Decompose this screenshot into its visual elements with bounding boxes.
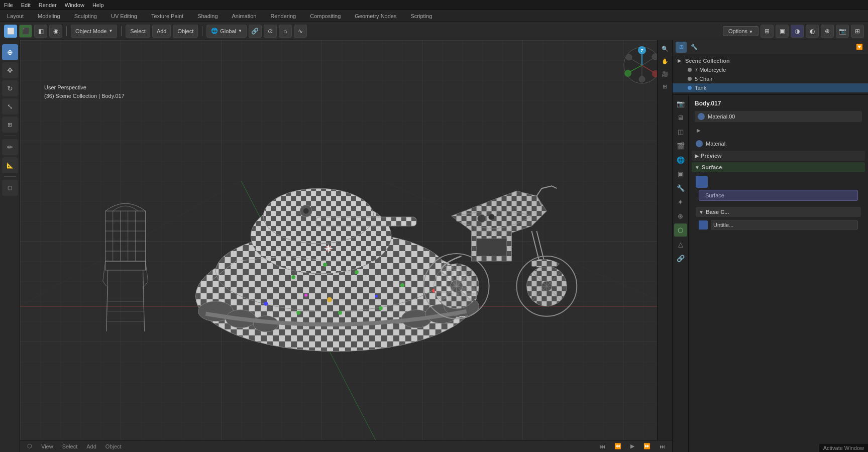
viewport-shading-solid[interactable]: ◑ — [791, 25, 804, 38]
playback-end-btn[interactable]: ⏭ — [657, 442, 668, 450]
left-sidebar: ⊕ ✥ ↻ ⤡ ⊞ ✏ 📐 ⬡ — [0, 40, 20, 452]
viewport-shading-rendered[interactable]: ⊕ — [821, 25, 834, 38]
menu-item-window[interactable]: Window — [61, 1, 88, 9]
tab-scripting[interactable]: Scripting — [403, 10, 439, 22]
preview-section-header[interactable]: ▶ Preview — [692, 151, 865, 161]
material-label-row: Material. — [692, 138, 865, 149]
viewport-solid-icon[interactable]: ⬛ — [19, 25, 32, 38]
outliner-item-tank[interactable]: Tank — [673, 83, 868, 92]
playback-prev-btn[interactable]: ⏪ — [611, 442, 624, 450]
tab-animation[interactable]: Animation — [225, 10, 264, 22]
measure-tool-btn[interactable]: 📐 — [2, 157, 18, 173]
add-button[interactable]: Add — [152, 25, 171, 38]
object-menu-btn[interactable]: Object — [102, 442, 125, 450]
base-color-arrow: ▼ — [699, 209, 704, 215]
base-color-header[interactable]: ▼ Base C... — [696, 207, 861, 217]
grid-toggle[interactable]: ⊞ — [851, 25, 864, 38]
select-button[interactable]: Select — [126, 25, 150, 38]
add-cube-tool-btn[interactable]: ⬡ — [2, 180, 18, 196]
filter-btn[interactable]: 🔽 — [854, 42, 865, 53]
toolbar-top: ⬜ ⬛ ◧ ◉ Object Mode ▼ Select Add Object … — [0, 22, 868, 40]
prop-tab-output[interactable]: 🖥 — [674, 111, 687, 124]
viewport-icon[interactable]: ⬜ — [4, 25, 17, 38]
transform-icon[interactable]: ⌂ — [279, 25, 292, 38]
proportional-edit-icon[interactable]: ⊙ — [264, 25, 277, 38]
surface-type-button[interactable]: Surface — [699, 190, 858, 201]
playback-start-btn[interactable]: ⏮ — [597, 442, 608, 450]
global-icon: 🌐 — [211, 28, 218, 34]
menu-item-file[interactable]: File — [0, 1, 17, 9]
outliner-tab-btn[interactable]: ⊞ — [676, 42, 687, 53]
search-tool-btn[interactable]: 🔍 — [660, 43, 671, 54]
prop-tab-constraints[interactable]: 🔗 — [674, 252, 687, 265]
view-menu-btn[interactable]: View — [38, 442, 56, 450]
material-color-indicator — [698, 113, 705, 120]
rotate-tool-btn[interactable]: ↻ — [2, 80, 18, 96]
annotate-tool-btn[interactable]: ✏ — [2, 139, 18, 155]
tool-sep-2 — [4, 176, 16, 177]
viewport-overlay-icon[interactable]: ⊞ — [761, 25, 774, 38]
editor-type-btn[interactable]: ⬡ — [24, 442, 35, 450]
properties-tab-btn[interactable]: 🔧 — [689, 42, 700, 53]
camera-fly-btn[interactable]: 🎥 — [660, 68, 671, 79]
global-button[interactable]: 🌐 Global ▼ — [206, 25, 247, 38]
svg-line-27 — [103, 281, 106, 286]
menu-item-render[interactable]: Render — [35, 1, 61, 9]
snap-icon[interactable]: 🔗 — [249, 25, 262, 38]
surface-section-header[interactable]: ▼ Surface — [692, 162, 865, 172]
tab-texture-paint[interactable]: Texture Paint — [144, 10, 190, 22]
tab-layout[interactable]: Layout — [0, 10, 31, 22]
tab-shading[interactable]: Shading — [190, 10, 225, 22]
preview-arrow: ▶ — [695, 153, 699, 159]
prop-tab-object-data[interactable]: △ — [674, 238, 687, 251]
viewport-xray-icon[interactable]: ▣ — [776, 25, 789, 38]
tab-geometry-nodes[interactable]: Geometry Nodes — [348, 10, 403, 22]
prop-tab-physics[interactable]: ⊛ — [674, 209, 687, 222]
prop-tab-view-layer[interactable]: ◫ — [674, 125, 687, 138]
prop-tab-render[interactable]: 📷 — [674, 97, 687, 110]
camera-toggle[interactable]: 📷 — [836, 25, 849, 38]
outliner-item-motorcycle[interactable]: 7 Motorcycle — [673, 65, 868, 74]
outliner-item-chair[interactable]: 5 Chair — [673, 74, 868, 83]
cursor-tool-btn[interactable]: ⊕ — [2, 44, 18, 60]
grid-view-btn[interactable]: ⊞ — [660, 81, 671, 92]
outliner-dot-tank — [688, 86, 692, 90]
tab-rendering[interactable]: Rendering — [263, 10, 303, 22]
prop-tab-modifier[interactable]: 🔧 — [674, 181, 687, 194]
menu-item-edit[interactable]: Edit — [17, 1, 35, 9]
transform-tool-btn[interactable]: ⊞ — [2, 117, 18, 133]
surface-color-swatch[interactable] — [696, 176, 708, 188]
object-mode-button[interactable]: Object Mode ▼ — [71, 25, 117, 38]
activate-window-watermark[interactable]: Activate Window — [819, 444, 868, 452]
prop-tab-material[interactable]: ⬡ — [674, 223, 687, 237]
options-button[interactable]: Options ▼ — [723, 26, 758, 36]
viewport-shading-material[interactable]: ◐ — [806, 25, 819, 38]
playback-play-btn[interactable]: ▶ — [627, 442, 637, 450]
move-tool-btn[interactable]: ✥ — [2, 62, 18, 78]
select-menu-btn[interactable]: Select — [59, 442, 81, 450]
prop-tab-particles[interactable]: ✦ — [674, 195, 687, 208]
viewport-material-icon[interactable]: ◧ — [34, 25, 47, 38]
material-expand-btn[interactable]: ▶ — [695, 126, 703, 134]
tab-modeling[interactable]: Modeling — [31, 10, 67, 22]
object-button[interactable]: Object — [173, 25, 198, 38]
tank-object — [195, 188, 479, 352]
menu-item-help[interactable]: Help — [88, 1, 108, 9]
prop-tab-scene[interactable]: 🎬 — [674, 139, 687, 152]
hand-tool-btn[interactable]: ✋ — [660, 56, 671, 67]
graph-icon[interactable]: ∿ — [294, 25, 307, 38]
navigation-gizmo[interactable]: Z — [622, 45, 662, 85]
scale-tool-btn[interactable]: ⤡ — [2, 98, 18, 115]
tab-compositing[interactable]: Compositing — [303, 10, 348, 22]
svg-point-58 — [296, 311, 300, 315]
material-slot-row[interactable]: Material.00 — [695, 111, 862, 122]
add-menu-btn[interactable]: Add — [83, 442, 99, 450]
viewport-render-icon[interactable]: ◉ — [49, 25, 62, 38]
prop-tab-world[interactable]: 🌐 — [674, 153, 687, 166]
base-color-image-name[interactable]: Untitle... — [711, 220, 858, 230]
prop-tab-object[interactable]: ▣ — [674, 167, 687, 180]
tab-sculpting[interactable]: Sculpting — [67, 10, 104, 22]
viewport-3d[interactable]: User Perspective (36) Scene Collection |… — [20, 40, 672, 452]
tab-uv-editing[interactable]: UV Editing — [104, 10, 144, 22]
playback-next-btn[interactable]: ⏩ — [640, 442, 654, 450]
